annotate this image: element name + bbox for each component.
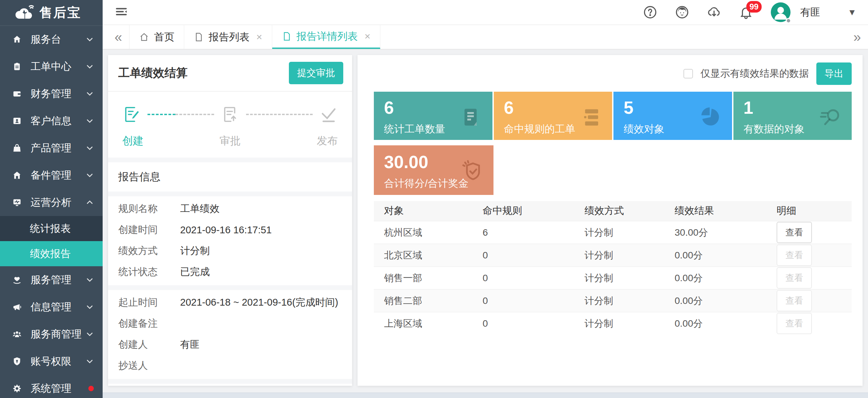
report-fields: 规则名称工单绩效 创建时间2021-09-16 16:17:51 绩效方式计分制… [108,196,352,285]
id-card-icon [12,116,22,126]
export-button[interactable]: 导出 [816,62,852,85]
report-detail-panel: 仅显示有绩效结果的数据 导出 6 统计工单数量 6 命中规则的工单 [358,55,863,386]
notification-dot [88,386,94,391]
chevron-down-icon [86,90,94,98]
heart-hand-icon [12,275,22,285]
tab-label: 报告详情列表 [297,30,358,43]
table-row: 销售二部 0 计分制 0.00分 查看 [374,289,852,312]
sidebar-menu: 服务台 工单中心 财务管理 客户信息 产品管理 [0,26,103,398]
submit-approval-button[interactable]: 提交审批 [289,62,343,84]
file-icon [282,31,292,41]
app-root: 售后宝 服务台 工单中心 财务管理 客户信息 [0,0,868,398]
warehouse-icon [12,170,22,180]
chevron-down-icon [86,35,94,43]
bell-badge: 99 [746,1,762,13]
sidebar: 售后宝 服务台 工单中心 财务管理 客户信息 [0,0,103,398]
username[interactable]: 有匪 [800,5,820,19]
document-lines-icon [460,106,482,128]
file-icon [194,32,204,42]
sidebar-item-label: 服务台 [31,33,61,47]
list-stack-icon [579,106,602,128]
table-row: 上海区域 0 计分制 0.00分 查看 [374,312,852,334]
sidebar-item-work-order-center[interactable]: 工单中心 [0,53,103,80]
menu-fold-icon[interactable] [114,5,128,19]
view-detail-button[interactable]: 查看 [777,290,812,311]
filter-checkbox[interactable] [683,69,693,78]
sidebar-item-label: 运营分析 [31,196,71,210]
sidebar-item-operation-analysis[interactable]: 运营分析 [0,189,103,216]
report-title: 工单绩效结算 [118,65,188,81]
detail-toolbar: 仅显示有绩效结果的数据 导出 [368,55,852,92]
sidebar-item-label: 工单中心 [31,60,71,74]
chevron-down-icon [86,357,94,365]
sidebar-item-label: 系统管理 [31,382,71,396]
caret-down-icon[interactable]: ▼ [848,7,856,18]
chevron-down-icon [86,144,94,152]
sidebar-item-product-management[interactable]: 产品管理 [0,134,103,162]
column-header: 绩效结果 [664,204,766,218]
tab-report-list[interactable]: 报告列表 × [184,25,272,49]
tab-bar: « 首页 报告列表 × 报告详情列表 × » [103,24,868,50]
sidebar-subitem-statistical-reports[interactable]: 统计报表 [0,216,103,241]
tab-report-detail-list[interactable]: 报告详情列表 × [272,25,381,49]
cloud-download-icon[interactable] [707,5,721,19]
filter-label: 仅显示有绩效结果的数据 [700,67,809,80]
view-detail-button[interactable]: 查看 [777,245,812,266]
bell-icon[interactable]: 99 [739,5,753,19]
field-row: 创建人有匪 [108,334,352,355]
sidebar-item-label: 客户信息 [31,114,71,128]
chevron-down-icon [86,117,94,125]
sidebar-subitem-label: 绩效报告 [30,247,71,261]
workflow-steps: 创建 审批 发布 [108,92,352,158]
step-publish-icon [319,105,338,124]
stat-card-performance-objects: 5 绩效对象 [613,92,732,140]
view-detail-button[interactable]: 查看 [777,313,812,334]
report-fields: 起止时间2021-06-18 ~ 2021-09-16(完成时间) 创建备注 创… [108,290,352,379]
view-detail-button[interactable]: 查看 [777,267,812,289]
customer-service-avatar-icon[interactable] [675,5,689,19]
section-divider [108,192,352,196]
close-icon[interactable]: × [256,31,262,43]
sidebar-subitem-performance-report[interactable]: 绩效报告 [0,241,103,266]
analytics-icon [12,198,22,207]
section-divider [108,285,352,290]
sidebar-item-account-permission[interactable]: 账号权限 [0,348,103,375]
tab-label: 报告列表 [209,30,249,44]
sidebar-item-info-management[interactable]: 信息管理 [0,293,103,321]
section-divider [108,158,352,162]
user-avatar[interactable] [771,2,791,22]
tabs-scroll-right-icon[interactable]: » [846,25,868,49]
sidebar-item-label: 财务管理 [31,87,71,101]
tabs-scroll-left-icon[interactable]: « [107,25,129,49]
sidebar-item-service-desk[interactable]: 服务台 [0,26,103,53]
help-icon[interactable] [643,5,657,19]
step-label-publish: 发布 [317,134,338,148]
horizontal-scrollbar[interactable] [103,393,868,398]
topbar-right: 99 有匪 ▼ [643,2,856,22]
chevron-down-icon [86,276,94,284]
sidebar-item-service-provider-management[interactable]: 服务商管理 [0,321,103,348]
sidebar-item-spare-parts-management[interactable]: 备件管理 [0,162,103,189]
status-dot [786,18,791,23]
view-detail-button[interactable]: 查看 [777,222,812,243]
sidebar-item-customer-info[interactable]: 客户信息 [0,107,103,134]
sidebar-item-service-management[interactable]: 服务管理 [0,266,103,293]
brand-logo: 售后宝 [0,0,103,26]
tab-home[interactable]: 首页 [129,25,184,49]
sidebar-item-system-management[interactable]: 系统管理 [0,375,103,398]
table-row: 北京区域 0 计分制 0.00分 查看 [374,243,852,266]
gear-icon [12,384,22,393]
report-info-title: 报告信息 [108,162,352,192]
topbar: 99 有匪 ▼ [103,0,868,24]
chevron-down-icon [86,171,94,179]
sidebar-item-label: 账号权限 [31,355,71,368]
search-icon [819,106,841,128]
section-divider [108,379,352,384]
close-icon[interactable]: × [365,31,371,42]
sidebar-item-finance-management[interactable]: 财务管理 [0,80,103,107]
sidebar-item-label: 产品管理 [31,141,71,155]
column-header: 对象 [374,204,472,218]
brand-name: 售后宝 [39,4,81,21]
sidebar-item-label: 服务商管理 [31,327,82,341]
step-connector [246,114,313,115]
